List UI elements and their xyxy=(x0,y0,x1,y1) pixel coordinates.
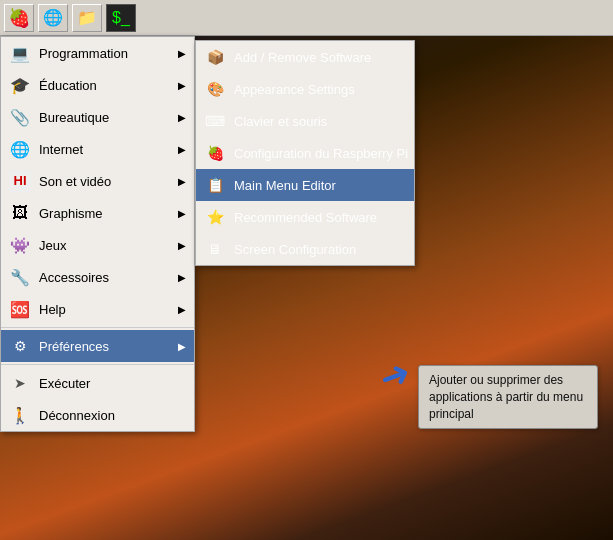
tooltip-box: Ajouter ou supprimer des applications à … xyxy=(418,365,598,429)
internet-label: Internet xyxy=(39,142,174,157)
programmation-label: Programmation xyxy=(39,46,174,61)
bureautique-icon: 📎 xyxy=(9,106,31,128)
menu-item-accessoires[interactable]: 🔧 Accessoires ▶ xyxy=(1,261,194,293)
clavier-label: Clavier et souris xyxy=(234,114,406,129)
menu-divider-1 xyxy=(1,327,194,328)
taskbar: 🍓 🌐 📁 $_ xyxy=(0,0,613,36)
menu-item-executer[interactable]: ➤ Exécuter xyxy=(1,367,194,399)
menu-item-graphisme[interactable]: 🖼 Graphisme ▶ xyxy=(1,197,194,229)
accessoires-icon: 🔧 xyxy=(9,266,31,288)
config-raspberry-icon: 🍓 xyxy=(204,142,226,164)
recommended-label: Recommended Software xyxy=(234,210,406,225)
preferences-arrow: ▶ xyxy=(178,341,186,352)
submenu-clavier[interactable]: ⌨ Clavier et souris xyxy=(196,105,414,137)
menu-item-programmation[interactable]: 💻 Programmation ▶ xyxy=(1,37,194,69)
files-btn[interactable]: 📁 xyxy=(72,4,102,32)
menu-item-deconnexion[interactable]: 🚶 Déconnexion xyxy=(1,399,194,431)
bureautique-label: Bureautique xyxy=(39,110,174,125)
recommended-icon: ⭐ xyxy=(204,206,226,228)
accessoires-arrow: ▶ xyxy=(178,272,186,283)
submenu-config-raspberry[interactable]: 🍓 Configuration du Raspberry Pi xyxy=(196,137,414,169)
add-remove-label: Add / Remove Software xyxy=(234,50,406,65)
clavier-icon: ⌨ xyxy=(204,110,226,132)
preferences-icon: ⚙ xyxy=(9,335,31,357)
submenu-screen-config[interactable]: 🖥 Screen Configuration xyxy=(196,233,414,265)
menu-divider-2 xyxy=(1,364,194,365)
education-label: Éducation xyxy=(39,78,174,93)
executer-label: Exécuter xyxy=(39,376,186,391)
menu-item-help[interactable]: 🆘 Help ▶ xyxy=(1,293,194,325)
submenu-main-menu-editor[interactable]: 📋 Main Menu Editor xyxy=(196,169,414,201)
main-menu-editor-icon: 📋 xyxy=(204,174,226,196)
deconnexion-icon: 🚶 xyxy=(9,404,31,426)
submenu-appearance[interactable]: 🎨 Appearance Settings xyxy=(196,73,414,105)
menu-item-internet[interactable]: 🌐 Internet ▶ xyxy=(1,133,194,165)
terminal-btn[interactable]: $_ xyxy=(106,4,136,32)
programmation-icon: 💻 xyxy=(9,42,31,64)
browser-btn[interactable]: 🌐 xyxy=(38,4,68,32)
internet-arrow: ▶ xyxy=(178,144,186,155)
help-arrow: ▶ xyxy=(178,304,186,315)
submenu-add-remove[interactable]: 📦 Add / Remove Software xyxy=(196,41,414,73)
education-icon: 🎓 xyxy=(9,74,31,96)
raspberry-btn[interactable]: 🍓 xyxy=(4,4,34,32)
menu-item-education[interactable]: 🎓 Éducation ▶ xyxy=(1,69,194,101)
config-raspberry-label: Configuration du Raspberry Pi xyxy=(234,146,408,161)
programmation-arrow: ▶ xyxy=(178,48,186,59)
tooltip-text: Ajouter ou supprimer des applications à … xyxy=(429,373,583,421)
education-arrow: ▶ xyxy=(178,80,186,91)
executer-icon: ➤ xyxy=(9,372,31,394)
preferences-submenu: 📦 Add / Remove Software 🎨 Appearance Set… xyxy=(195,40,415,266)
jeux-arrow: ▶ xyxy=(178,240,186,251)
jeux-icon: 👾 xyxy=(9,234,31,256)
submenu-recommended[interactable]: ⭐ Recommended Software xyxy=(196,201,414,233)
graphisme-icon: 🖼 xyxy=(9,202,31,224)
internet-icon: 🌐 xyxy=(9,138,31,160)
appearance-icon: 🎨 xyxy=(204,78,226,100)
son-video-label: Son et vidéo xyxy=(39,174,174,189)
screen-config-icon: 🖥 xyxy=(204,238,226,260)
screen-config-label: Screen Configuration xyxy=(234,242,406,257)
preferences-label: Préférences xyxy=(39,339,174,354)
appearance-label: Appearance Settings xyxy=(234,82,406,97)
menu-item-son-video[interactable]: HI Son et vidéo ▶ xyxy=(1,165,194,197)
add-remove-icon: 📦 xyxy=(204,46,226,68)
menu-item-jeux[interactable]: 👾 Jeux ▶ xyxy=(1,229,194,261)
deconnexion-label: Déconnexion xyxy=(39,408,186,423)
son-video-icon: HI xyxy=(9,170,31,192)
graphisme-arrow: ▶ xyxy=(178,208,186,219)
bureautique-arrow: ▶ xyxy=(178,112,186,123)
main-menu-editor-label: Main Menu Editor xyxy=(234,178,406,193)
graphisme-label: Graphisme xyxy=(39,206,174,221)
help-label: Help xyxy=(39,302,174,317)
main-menu: 💻 Programmation ▶ 🎓 Éducation ▶ 📎 Bureau… xyxy=(0,36,195,432)
accessoires-label: Accessoires xyxy=(39,270,174,285)
help-icon: 🆘 xyxy=(9,298,31,320)
menu-item-bureautique[interactable]: 📎 Bureautique ▶ xyxy=(1,101,194,133)
jeux-label: Jeux xyxy=(39,238,174,253)
son-video-arrow: ▶ xyxy=(178,176,186,187)
menu-item-preferences[interactable]: ⚙ Préférences ▶ 📦 Add / Remove Software … xyxy=(1,330,194,362)
